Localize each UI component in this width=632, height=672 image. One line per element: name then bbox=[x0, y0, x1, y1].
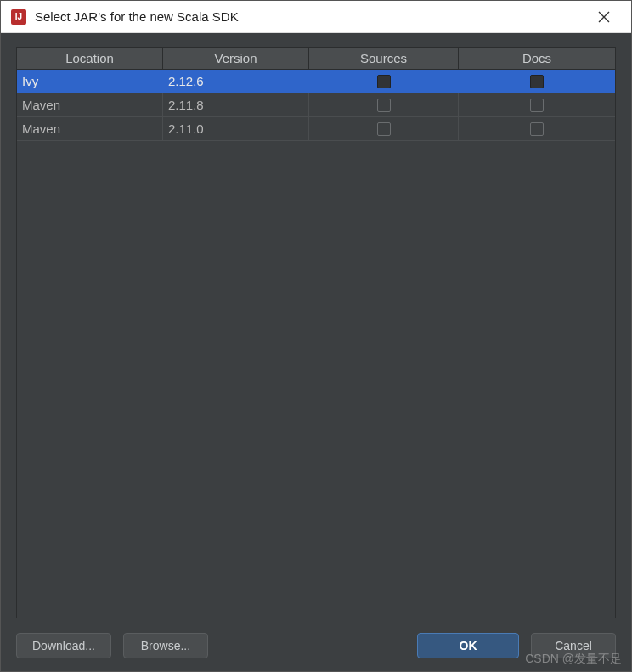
cancel-button[interactable]: Cancel bbox=[531, 633, 616, 658]
cell-sources bbox=[309, 117, 459, 140]
cell-version: 2.11.0 bbox=[163, 117, 309, 140]
cell-docs bbox=[459, 70, 615, 93]
dialog-window: IJ Select JAR's for the new Scala SDK Lo… bbox=[0, 0, 632, 672]
cell-sources bbox=[309, 70, 459, 93]
table-header-row: Location Version Sources Docs bbox=[17, 48, 615, 70]
checkbox-sources[interactable] bbox=[377, 122, 391, 136]
checkbox-docs[interactable] bbox=[530, 75, 544, 88]
dialog-title: Select JAR's for the new Scala SDK bbox=[35, 9, 587, 24]
download-button[interactable]: Download... bbox=[16, 633, 111, 658]
column-header-docs[interactable]: Docs bbox=[459, 48, 615, 70]
cell-sources bbox=[309, 93, 459, 116]
cell-location: Ivy bbox=[17, 70, 163, 93]
titlebar: IJ Select JAR's for the new Scala SDK bbox=[1, 1, 631, 33]
column-header-version[interactable]: Version bbox=[163, 48, 309, 70]
ok-button[interactable]: OK bbox=[417, 633, 519, 658]
app-icon: IJ bbox=[11, 9, 26, 25]
table-body: Ivy 2.12.6 Maven 2.11.8 Maven 2.11.0 bbox=[17, 70, 615, 618]
cell-docs bbox=[459, 117, 615, 140]
close-icon bbox=[598, 11, 610, 23]
cell-version: 2.12.6 bbox=[163, 70, 309, 93]
table-row[interactable]: Maven 2.11.0 bbox=[17, 117, 615, 141]
sdk-table: Location Version Sources Docs Ivy 2.12.6… bbox=[16, 47, 616, 618]
browse-button[interactable]: Browse... bbox=[123, 633, 208, 658]
cell-location: Maven bbox=[17, 117, 163, 140]
checkbox-sources[interactable] bbox=[377, 75, 391, 88]
close-button[interactable] bbox=[587, 4, 621, 30]
cell-version: 2.11.8 bbox=[163, 93, 309, 116]
checkbox-docs[interactable] bbox=[530, 99, 544, 112]
button-bar: Download... Browse... OK Cancel bbox=[16, 618, 616, 659]
table-row[interactable]: Ivy 2.12.6 bbox=[17, 70, 615, 93]
checkbox-docs[interactable] bbox=[530, 122, 544, 136]
column-header-sources[interactable]: Sources bbox=[309, 48, 459, 70]
checkbox-sources[interactable] bbox=[377, 99, 391, 112]
cell-docs bbox=[459, 93, 615, 116]
dialog-body: Location Version Sources Docs Ivy 2.12.6… bbox=[1, 33, 631, 671]
column-header-location[interactable]: Location bbox=[17, 48, 163, 70]
cell-location: Maven bbox=[17, 93, 163, 116]
table-row[interactable]: Maven 2.11.8 bbox=[17, 93, 615, 117]
